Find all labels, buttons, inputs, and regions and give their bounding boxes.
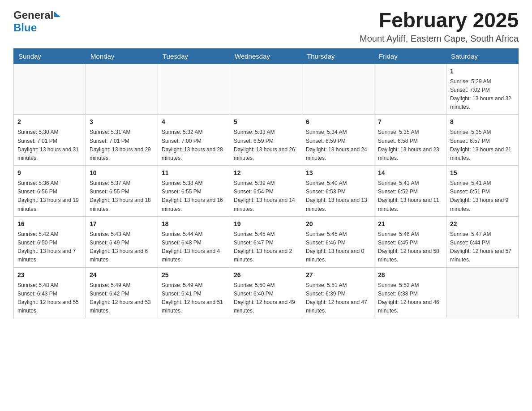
- day-number: 2: [17, 117, 82, 127]
- sunset-text: Sunset: 6:59 PM: [234, 137, 298, 146]
- day-info: Sunrise: 5:51 AMSunset: 6:39 PMDaylight:…: [306, 281, 370, 316]
- sunset-text: Sunset: 6:42 PM: [90, 290, 154, 298]
- sunset-text: Sunset: 6:55 PM: [162, 188, 226, 196]
- sunrise-text: Sunrise: 5:52 AM: [378, 281, 442, 290]
- daylight-text: Daylight: 13 hours and 26 minutes.: [234, 146, 298, 163]
- daylight-text: Daylight: 12 hours and 47 minutes.: [306, 298, 370, 315]
- calendar-day-cell: 1Sunrise: 5:29 AMSunset: 7:02 PMDaylight…: [446, 64, 519, 115]
- calendar-day-cell: 18Sunrise: 5:44 AMSunset: 6:48 PMDayligh…: [158, 216, 230, 267]
- day-number: 22: [450, 219, 515, 229]
- weekday-header: Thursday: [302, 48, 374, 64]
- day-number: 20: [306, 219, 370, 229]
- daylight-text: Daylight: 13 hours and 14 minutes.: [234, 196, 298, 213]
- day-info: Sunrise: 5:30 AMSunset: 7:01 PMDaylight:…: [17, 128, 82, 163]
- month-title: February 2025: [360, 9, 519, 32]
- calendar-day-cell: 17Sunrise: 5:43 AMSunset: 6:49 PMDayligh…: [86, 216, 158, 267]
- daylight-text: Daylight: 13 hours and 2 minutes.: [234, 247, 298, 264]
- sunset-text: Sunset: 6:49 PM: [90, 239, 154, 247]
- day-number: 7: [378, 117, 442, 127]
- calendar-day-cell: 23Sunrise: 5:48 AMSunset: 6:43 PMDayligh…: [14, 267, 86, 318]
- sunset-text: Sunset: 6:50 PM: [17, 239, 82, 247]
- calendar-day-cell: 3Sunrise: 5:31 AMSunset: 7:01 PMDaylight…: [86, 115, 158, 166]
- sunset-text: Sunset: 6:38 PM: [378, 290, 442, 298]
- sunrise-text: Sunrise: 5:46 AM: [378, 230, 442, 239]
- daylight-text: Daylight: 13 hours and 9 minutes.: [450, 196, 515, 213]
- sunset-text: Sunset: 6:57 PM: [450, 137, 515, 146]
- sunrise-text: Sunrise: 5:34 AM: [306, 128, 370, 137]
- calendar-day-cell: 8Sunrise: 5:35 AMSunset: 6:57 PMDaylight…: [446, 115, 519, 166]
- calendar-week-row: 1Sunrise: 5:29 AMSunset: 7:02 PMDaylight…: [14, 64, 519, 115]
- sunrise-text: Sunrise: 5:40 AM: [306, 179, 370, 188]
- daylight-text: Daylight: 13 hours and 0 minutes.: [306, 247, 370, 264]
- sunset-text: Sunset: 6:43 PM: [17, 290, 82, 298]
- day-number: 28: [378, 270, 442, 280]
- calendar-day-cell: 12Sunrise: 5:39 AMSunset: 6:54 PMDayligh…: [230, 166, 302, 217]
- daylight-text: Daylight: 13 hours and 16 minutes.: [162, 196, 226, 213]
- logo: General Blue: [13, 9, 60, 34]
- sunrise-text: Sunrise: 5:32 AM: [162, 128, 226, 137]
- day-number: 9: [17, 168, 82, 178]
- day-number: 12: [234, 168, 298, 178]
- sunset-text: Sunset: 6:41 PM: [162, 290, 226, 298]
- sunrise-text: Sunrise: 5:49 AM: [90, 281, 154, 290]
- day-info: Sunrise: 5:40 AMSunset: 6:53 PMDaylight:…: [306, 179, 370, 214]
- day-number: 25: [162, 270, 226, 280]
- daylight-text: Daylight: 12 hours and 46 minutes.: [378, 298, 442, 315]
- day-info: Sunrise: 5:36 AMSunset: 6:56 PMDaylight:…: [17, 179, 82, 214]
- daylight-text: Daylight: 13 hours and 31 minutes.: [17, 146, 82, 163]
- sunrise-text: Sunrise: 5:47 AM: [450, 230, 515, 239]
- calendar-day-cell: 4Sunrise: 5:32 AMSunset: 7:00 PMDaylight…: [158, 115, 230, 166]
- day-info: Sunrise: 5:52 AMSunset: 6:38 PMDaylight:…: [378, 281, 442, 316]
- calendar-day-cell: 11Sunrise: 5:38 AMSunset: 6:55 PMDayligh…: [158, 166, 230, 217]
- daylight-text: Daylight: 13 hours and 6 minutes.: [90, 247, 154, 264]
- calendar-table: SundayMondayTuesdayWednesdayThursdayFrid…: [13, 48, 519, 319]
- day-number: 4: [162, 117, 226, 127]
- day-number: 21: [378, 219, 442, 229]
- day-number: 18: [162, 219, 226, 229]
- day-info: Sunrise: 5:45 AMSunset: 6:47 PMDaylight:…: [234, 230, 298, 265]
- logo-general-text: General: [13, 9, 53, 21]
- sunrise-text: Sunrise: 5:30 AM: [17, 128, 82, 137]
- day-info: Sunrise: 5:46 AMSunset: 6:45 PMDaylight:…: [378, 230, 442, 265]
- calendar-day-cell: 9Sunrise: 5:36 AMSunset: 6:56 PMDaylight…: [14, 166, 86, 217]
- daylight-text: Daylight: 13 hours and 24 minutes.: [306, 146, 370, 163]
- sunset-text: Sunset: 6:45 PM: [378, 239, 442, 247]
- daylight-text: Daylight: 13 hours and 7 minutes.: [17, 247, 82, 264]
- day-info: Sunrise: 5:43 AMSunset: 6:49 PMDaylight:…: [90, 230, 154, 265]
- weekday-header: Sunday: [14, 48, 86, 64]
- sunset-text: Sunset: 7:02 PM: [450, 86, 515, 94]
- daylight-text: Daylight: 12 hours and 57 minutes.: [450, 247, 515, 264]
- day-info: Sunrise: 5:44 AMSunset: 6:48 PMDaylight:…: [162, 230, 226, 265]
- sunrise-text: Sunrise: 5:37 AM: [90, 179, 154, 188]
- calendar-day-cell: [158, 64, 230, 115]
- day-number: 17: [90, 219, 154, 229]
- calendar-day-cell: [446, 267, 519, 318]
- location-title: Mount Ayliff, Eastern Cape, South Africa: [360, 34, 519, 44]
- day-info: Sunrise: 5:41 AMSunset: 6:51 PMDaylight:…: [450, 179, 515, 214]
- sunset-text: Sunset: 6:47 PM: [234, 239, 298, 247]
- weekday-header: Monday: [86, 48, 158, 64]
- daylight-text: Daylight: 13 hours and 4 minutes.: [162, 247, 226, 264]
- calendar-day-cell: [86, 64, 158, 115]
- sunrise-text: Sunrise: 5:36 AM: [17, 179, 82, 188]
- day-info: Sunrise: 5:33 AMSunset: 6:59 PMDaylight:…: [234, 128, 298, 163]
- sunset-text: Sunset: 6:58 PM: [378, 137, 442, 146]
- sunrise-text: Sunrise: 5:42 AM: [17, 230, 82, 239]
- calendar-day-cell: 6Sunrise: 5:34 AMSunset: 6:59 PMDaylight…: [302, 115, 374, 166]
- daylight-text: Daylight: 12 hours and 53 minutes.: [90, 298, 154, 315]
- calendar-day-cell: 22Sunrise: 5:47 AMSunset: 6:44 PMDayligh…: [446, 216, 519, 267]
- logo-arrow-icon: [54, 12, 60, 17]
- day-info: Sunrise: 5:31 AMSunset: 7:01 PMDaylight:…: [90, 128, 154, 163]
- sunset-text: Sunset: 6:59 PM: [306, 137, 370, 146]
- weekday-header: Saturday: [446, 48, 519, 64]
- sunset-text: Sunset: 7:00 PM: [162, 137, 226, 146]
- sunset-text: Sunset: 6:54 PM: [234, 188, 298, 196]
- sunset-text: Sunset: 6:55 PM: [90, 188, 154, 196]
- sunrise-text: Sunrise: 5:49 AM: [162, 281, 226, 290]
- calendar-week-row: 2Sunrise: 5:30 AMSunset: 7:01 PMDaylight…: [14, 115, 519, 166]
- calendar-day-cell: 19Sunrise: 5:45 AMSunset: 6:47 PMDayligh…: [230, 216, 302, 267]
- calendar-week-row: 9Sunrise: 5:36 AMSunset: 6:56 PMDaylight…: [14, 166, 519, 217]
- calendar-day-cell: 7Sunrise: 5:35 AMSunset: 6:58 PMDaylight…: [374, 115, 446, 166]
- sunset-text: Sunset: 6:40 PM: [234, 290, 298, 298]
- sunrise-text: Sunrise: 5:38 AM: [162, 179, 226, 188]
